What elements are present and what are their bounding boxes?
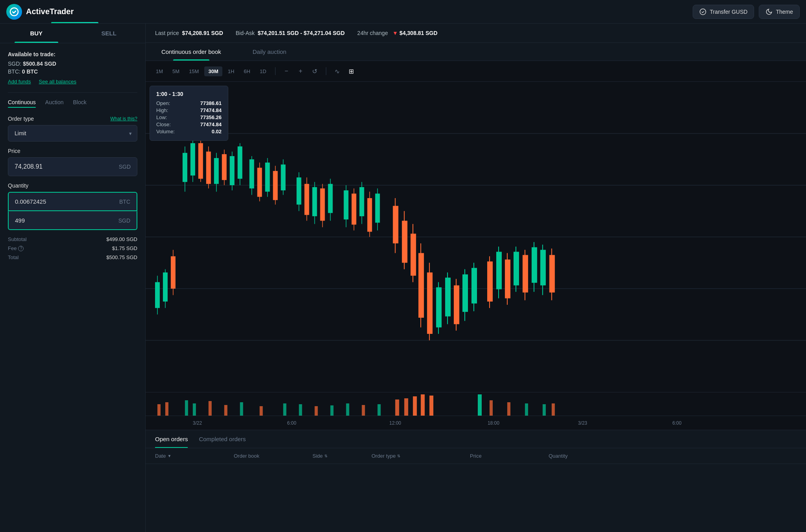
empty-orders-state (146, 464, 806, 495)
volume-area (146, 392, 806, 416)
order-mode-block[interactable]: Block (73, 99, 87, 108)
time-15m[interactable]: 15M (185, 66, 203, 76)
svg-rect-25 (230, 156, 235, 185)
date-sort-icon[interactable]: ▼ (167, 454, 171, 458)
fee-info-icon[interactable]: ? (18, 246, 24, 251)
svg-rect-85 (514, 252, 519, 285)
svg-text:3/23: 3/23 (578, 420, 588, 426)
logo-container[interactable]: ActiveTrader (6, 4, 74, 20)
svg-rect-115 (490, 400, 493, 416)
see-all-balances-link[interactable]: See all balances (39, 79, 76, 85)
quantity-group: Quantity BTC SGD (8, 182, 137, 230)
chart-tab-continuous[interactable]: Continuous order book (146, 43, 237, 61)
time-5m[interactable]: 5M (168, 66, 183, 76)
subtotal-label: Subtotal (8, 236, 27, 242)
open-orders-tab[interactable]: Open orders (155, 430, 188, 448)
add-funds-link[interactable]: Add funds (8, 79, 31, 85)
svg-rect-11 (171, 256, 176, 289)
quantity-btc-wrapper: BTC (8, 192, 137, 211)
chart-and-orders: 1:00 - 1:30 Open: 77386.61 High: 77474.8… (146, 82, 806, 532)
transfer-gusd-button[interactable]: Transfer GUSD (693, 5, 754, 19)
logo-icon (6, 4, 22, 20)
svg-rect-43 (312, 187, 317, 216)
chart-tab-auction[interactable]: Daily auction (237, 43, 302, 61)
svg-rect-107 (362, 405, 365, 416)
svg-rect-113 (429, 396, 433, 416)
svg-rect-118 (543, 404, 546, 416)
balances-title: Available to trade: (8, 51, 137, 57)
time-1m[interactable]: 1M (152, 66, 167, 76)
svg-text:6:00: 6:00 (672, 420, 682, 426)
quantity-sgd-input[interactable] (9, 212, 112, 229)
order-type-sort-icon[interactable]: ⇅ (397, 454, 400, 458)
time-1d[interactable]: 1D (256, 66, 270, 76)
quantity-btc-input[interactable] (9, 193, 113, 210)
svg-rect-105 (330, 405, 333, 416)
balance-links: Add funds See all balances (8, 79, 137, 85)
chart-controls: 1M 5M 15M 30M 1H 6H 1D − + ↺ ∿ ⊞ (146, 61, 806, 82)
quantity-inputs: BTC SGD (8, 192, 137, 230)
svg-rect-99 (224, 405, 227, 416)
price-label: Price (8, 148, 20, 154)
side-sort-icon[interactable]: ⇅ (324, 454, 327, 458)
total-label: Total (8, 254, 18, 260)
svg-rect-114 (478, 394, 482, 416)
theme-button[interactable]: Theme (759, 5, 800, 19)
main-layout: BUY SELL Available to trade: SGD: $500.8… (0, 24, 806, 532)
svg-rect-83 (505, 260, 510, 298)
svg-text:3/22: 3/22 (193, 420, 202, 426)
sell-tab[interactable]: SELL (73, 24, 146, 43)
svg-rect-35 (273, 171, 278, 200)
svg-rect-69 (436, 287, 442, 328)
btc-currency: BTC (113, 193, 137, 210)
price-input-wrapper: SGD (8, 157, 137, 176)
svg-rect-89 (532, 247, 537, 283)
line-chart-button[interactable]: ∿ (331, 65, 344, 77)
zoom-in-button[interactable]: + (294, 65, 307, 77)
col-quantity: Quantity (549, 453, 797, 459)
col-order-book: Order book (234, 453, 312, 459)
svg-text:6:00: 6:00 (287, 420, 297, 426)
chart-tooltip: 1:00 - 1:30 Open: 77386.61 High: 77474.8… (150, 86, 228, 141)
svg-rect-27 (238, 146, 242, 179)
x-axis: 3/22 6:00 12:00 18:00 3/23 6:00 (146, 416, 806, 430)
change-arrow-icon: ▼ (392, 30, 398, 36)
time-6h[interactable]: 6H (240, 66, 254, 76)
buy-sell-tabs: BUY SELL (0, 24, 145, 43)
order-type-select[interactable]: Limit Market Stop-Limit (8, 125, 137, 142)
completed-orders-tab[interactable]: Completed orders (199, 430, 246, 448)
what-is-this-button[interactable]: What is this? (110, 116, 137, 121)
order-mode-continuous[interactable]: Continuous (8, 99, 36, 108)
svg-rect-101 (260, 406, 263, 416)
svg-rect-95 (165, 402, 168, 416)
svg-rect-23 (222, 154, 227, 180)
svg-rect-106 (346, 403, 349, 416)
svg-rect-29 (250, 159, 254, 188)
svg-rect-108 (377, 404, 381, 416)
svg-rect-45 (320, 188, 325, 221)
balances-section: Available to trade: SGD: $500.84 SGD BTC… (8, 51, 137, 85)
svg-point-0 (700, 9, 706, 15)
price-group: Price SGD (8, 148, 137, 176)
zoom-out-button[interactable]: − (280, 65, 293, 77)
svg-rect-33 (265, 162, 270, 191)
time-1h[interactable]: 1H (224, 66, 238, 76)
time-30m[interactable]: 30M (204, 66, 222, 76)
svg-rect-15 (190, 143, 195, 175)
order-mode-auction[interactable]: Auction (45, 99, 64, 108)
buy-tab[interactable]: BUY (0, 24, 73, 43)
tooltip-close: Close: 77474.84 (156, 121, 222, 127)
transfer-label: Transfer GUSD (710, 9, 747, 15)
svg-text:18:00: 18:00 (488, 420, 499, 426)
svg-rect-59 (393, 206, 398, 243)
svg-rect-94 (157, 404, 161, 416)
svg-rect-109 (395, 399, 399, 416)
navbar: ActiveTrader Transfer GUSD Theme (0, 0, 806, 24)
price-input[interactable] (8, 158, 113, 176)
price-currency: SGD (113, 158, 137, 176)
svg-rect-79 (487, 261, 493, 302)
navbar-right: Transfer GUSD Theme (693, 5, 800, 19)
svg-rect-9 (163, 272, 168, 302)
reset-zoom-button[interactable]: ↺ (309, 65, 321, 77)
candle-chart-button[interactable]: ⊞ (345, 65, 358, 77)
